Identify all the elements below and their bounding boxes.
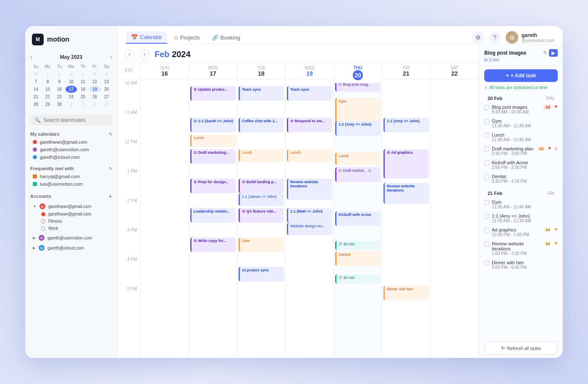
add-task-button[interactable]: + + Add task xyxy=(484,69,558,82)
event-website-design-rev[interactable]: Website design rev... xyxy=(287,223,332,235)
task-review-website[interactable]: Review website iterations 1:00 PM - 2:00… xyxy=(483,239,559,258)
event-lunch-mon[interactable]: Lunch xyxy=(190,134,236,147)
task-checkbox[interactable] xyxy=(484,147,489,152)
mini-cal-day[interactable]: 25 xyxy=(77,93,89,100)
event-review-website-wed[interactable]: Review website iterations xyxy=(287,179,332,200)
cal-next-button[interactable]: › xyxy=(139,49,150,59)
mini-cal-day[interactable]: 1 xyxy=(42,71,53,78)
mini-cal-day[interactable]: 4 xyxy=(77,71,89,78)
cal-prev-button[interactable]: ‹ xyxy=(124,49,134,59)
event-prep-design[interactable]: ⊙ Prep for design... xyxy=(190,179,236,193)
mini-cal-day[interactable]: 20 xyxy=(101,86,112,93)
event-1on1-sarah-john[interactable]: ⊙ 1:1 (Sarah <> John) xyxy=(190,118,236,132)
task-checkbox[interactable] xyxy=(484,160,489,166)
event-1on1-amy-fri[interactable]: 1:1 (Amy <> John) xyxy=(383,118,429,132)
task-gym-fri[interactable]: Gym 11:00 AM - 11:45 AM xyxy=(483,197,559,211)
event-qa-feature[interactable]: ⊙ QA feature rele... xyxy=(239,208,284,223)
mini-cal-day[interactable]: 22 xyxy=(42,93,53,100)
freq-met-item-harry[interactable]: harryqi@gmail.com xyxy=(30,173,112,180)
mini-cal-day[interactable]: 24 xyxy=(66,93,77,100)
mini-cal-day[interactable]: 6 xyxy=(101,71,112,78)
mini-cal-day[interactable]: 10 xyxy=(66,78,77,85)
mini-cal-day[interactable]: 18 xyxy=(77,86,89,93)
task-gym-thu[interactable]: Gym 11:00 AM - 11:45 AM xyxy=(483,116,559,130)
task-blog-post-images[interactable]: Blog post images 9:30 AM - 10:30 AM 1d ⚑ xyxy=(483,103,559,116)
edit-icon[interactable]: ✎ xyxy=(109,132,112,137)
mini-cal-day[interactable]: 30 xyxy=(54,101,65,108)
mini-cal-day-today[interactable]: 17 xyxy=(66,86,77,93)
event-draft-marketing-mon[interactable]: ⊙ Draft marketing... xyxy=(190,149,236,164)
account-sub-work[interactable]: Work xyxy=(39,225,112,232)
mini-cal-day[interactable]: 15 xyxy=(42,86,53,93)
mini-cal-day[interactable]: 29 xyxy=(42,101,53,108)
mini-cal-day[interactable]: 1 xyxy=(66,101,77,108)
edit-task-button[interactable]: ✎ xyxy=(543,49,547,57)
mini-cal-day[interactable]: 26 xyxy=(89,93,100,100)
event-30min-thu1[interactable]: ⏱ 30 min xyxy=(335,241,381,250)
my-calendars-header[interactable]: My calendars ✎ xyxy=(30,132,112,137)
mini-cal-day[interactable]: 11 xyxy=(77,78,89,85)
event-ad-graphics[interactable]: ⊙ Ad graphics xyxy=(383,149,429,179)
tab-booking[interactable]: 🔗 Booking xyxy=(207,32,245,43)
play-task-button[interactable]: ▶ xyxy=(549,49,558,57)
task-checkbox[interactable] xyxy=(484,214,489,219)
task-checkbox[interactable] xyxy=(484,133,489,138)
task-draft-marketing[interactable]: Draft marketing plan 2:30 PM - 3:00 PM 2… xyxy=(483,144,559,158)
event-lunch-wed[interactable]: Lunch xyxy=(287,149,332,162)
mini-cal-day[interactable]: 23 xyxy=(54,93,65,100)
task-ad-graphics[interactable]: Ad graphics 12:00 PM - 1:00 PM 1d ⚑ xyxy=(483,225,559,239)
task-1on1-amy-fri[interactable]: 1:1 (Amy <> John) 11:00 AM - 11:30 AM xyxy=(483,211,559,225)
event-draft-market-thu[interactable]: ⊙ Draft market... ⚠ xyxy=(335,167,381,182)
account-item-usemotion[interactable]: ▶ G gareth@usemotion.com xyxy=(30,234,112,242)
account-item-icloud[interactable]: ▶ G gareth@icloud.com xyxy=(30,244,112,252)
event-write-copy[interactable]: ⊙ Write copy for... xyxy=(190,237,236,252)
mini-cal-day[interactable]: 2 xyxy=(77,101,89,108)
mini-cal-day-selected[interactable]: 19 xyxy=(89,86,100,93)
search-teammates[interactable]: 🔍 xyxy=(30,115,112,126)
event-1on1-james[interactable]: 1:1 (James <> John) xyxy=(239,193,284,206)
calendar-item-icloud[interactable]: gareth@icloud.com xyxy=(30,153,112,161)
mini-cal-day[interactable]: 9 xyxy=(54,78,65,85)
account-sub-gmail[interactable]: garethwan@gmail.com xyxy=(39,210,112,218)
edit-icon[interactable]: ✎ xyxy=(109,166,112,171)
event-leadership-meeting[interactable]: Leadership meetin... xyxy=(190,208,236,223)
task-checkbox[interactable] xyxy=(484,105,489,110)
mini-cal-day[interactable]: 3 xyxy=(89,101,100,108)
mini-cal-day[interactable]: 14 xyxy=(30,86,42,93)
tab-calendar[interactable]: 📅 Calendar xyxy=(126,32,167,44)
event-lunch-thu[interactable]: Lunch xyxy=(335,153,381,165)
calendar-item-gmail[interactable]: garethwan@gmail.com xyxy=(30,138,112,146)
task-checkbox[interactable] xyxy=(484,242,489,247)
tab-projects[interactable]: ◇ Projects xyxy=(169,32,205,43)
event-1on1-matt[interactable]: 1:1 (Matt <> John) xyxy=(287,208,332,223)
app-logo[interactable]: M motion xyxy=(25,26,117,50)
freq-met-item-luis[interactable]: luis@usemotion.com xyxy=(30,180,112,188)
mini-cal-day[interactable]: 13 xyxy=(101,78,112,85)
mini-cal-day[interactable]: 3 xyxy=(66,71,77,78)
mini-cal-day[interactable]: 12 xyxy=(89,78,100,85)
mini-cal-prev[interactable]: ‹ xyxy=(30,54,32,60)
mini-cal-day[interactable]: 2 xyxy=(54,71,65,78)
mini-cal-day[interactable]: 21 xyxy=(30,93,42,100)
calendar-item-usemotion[interactable]: gareth@usemotion.com xyxy=(30,146,112,153)
event-build-landing[interactable]: ⊙ Build landing p... xyxy=(239,179,284,193)
task-checkbox[interactable] xyxy=(484,200,489,205)
refresh-tasks-button[interactable]: ↻ Refresh all tasks xyxy=(484,342,558,355)
event-gym-tue[interactable]: Gym xyxy=(239,237,284,252)
search-input[interactable] xyxy=(43,117,108,123)
task-checkbox[interactable] xyxy=(484,174,489,179)
task-checkbox[interactable] xyxy=(484,228,489,233)
mini-cal-day[interactable]: 31 xyxy=(30,71,42,78)
event-kickoff-acme[interactable]: Kickoff with Acme xyxy=(335,211,381,226)
event-review-website-fri[interactable]: Review website iterations xyxy=(383,183,429,204)
frequently-met-header[interactable]: Frequently met with ✎ xyxy=(30,166,112,171)
event-team-sync-tue[interactable]: Team sync xyxy=(239,86,284,101)
event-1on1-amy[interactable]: 1:1 (Amy <> John) xyxy=(335,121,381,136)
account-sub-fitness[interactable]: Fitness xyxy=(39,218,112,225)
event-team-sync-wed[interactable]: Team sync xyxy=(287,86,332,101)
add-account-button[interactable]: + xyxy=(109,193,112,200)
mini-cal-day[interactable]: 16 xyxy=(54,86,65,93)
mini-cal-next[interactable]: › xyxy=(110,54,112,60)
mini-cal-day[interactable]: 4 xyxy=(101,101,112,108)
mini-cal-day[interactable]: 27 xyxy=(101,93,112,100)
